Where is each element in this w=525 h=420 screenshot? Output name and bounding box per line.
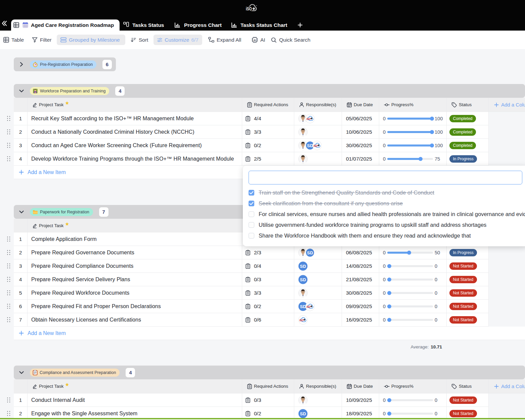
svg-text:iSO: iSO: [246, 6, 252, 11]
svg-text:AI: AI: [254, 39, 256, 42]
svg-text:ISO: ISO: [306, 305, 310, 308]
svg-text:SD: SD: [300, 411, 306, 416]
svg-text:SD: SD: [300, 263, 306, 268]
svg-text:SD: SD: [307, 250, 313, 255]
svg-text:SD: SD: [300, 277, 306, 282]
svg-text:ISO: ISO: [313, 144, 317, 148]
svg-text:ISO: ISO: [306, 117, 310, 121]
svg-text:ISO: ISO: [299, 318, 303, 322]
